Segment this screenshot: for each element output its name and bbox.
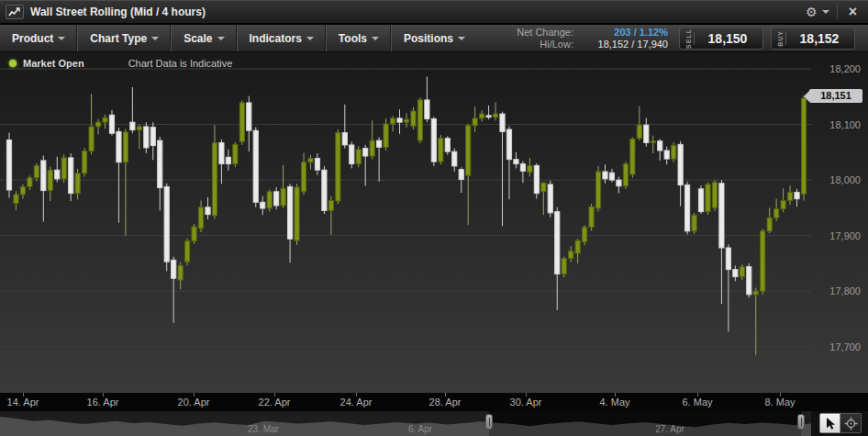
chevron-down-icon: [217, 37, 225, 40]
menu-tools-label: Tools: [339, 32, 367, 45]
date-axis-label: 4. May: [599, 397, 629, 408]
navigator-right-handle[interactable]: [797, 414, 805, 430]
close-icon: ×: [849, 4, 857, 19]
window-title: Wall Street Rolling (Mid / 4 hours): [30, 6, 206, 18]
menu-positions[interactable]: Positions: [391, 25, 477, 51]
menu-scale-label: Scale: [184, 32, 212, 45]
date-axis-label: 16. Apr: [87, 397, 119, 408]
date-axis-label: 6. May: [682, 397, 712, 408]
menu-scale[interactable]: Scale: [171, 25, 236, 51]
date-axis: 14. Apr16. Apr20. Apr22. Apr24. Apr28. A…: [0, 393, 868, 411]
chart-line-icon: [6, 5, 24, 19]
navigator-date-label: 27. Apr: [655, 424, 684, 434]
price-axis-label: 17,800: [806, 285, 861, 296]
quote-panel: Net Change: 203 / 1.12% Hi/Low: 18,152 /…: [517, 25, 868, 51]
crosshair-icon: [844, 417, 858, 430]
menu-product-label: Product: [12, 32, 53, 45]
date-axis-label: 22. Apr: [259, 397, 291, 408]
buy-button[interactable]: BUY 18,152: [771, 27, 855, 50]
date-axis-label: 8. May: [764, 397, 795, 408]
chevron-down-icon: [151, 37, 159, 40]
navigator-date-label: 23. Mar: [248, 424, 279, 434]
title-bar: Wall Street Rolling (Mid / 4 hours) ⚙ ×: [0, 0, 868, 24]
sell-price: 18,150: [698, 31, 762, 46]
chevron-down-icon: [306, 37, 314, 40]
price-axis-label: 17,700: [806, 341, 861, 352]
market-state: Market Open: [23, 58, 84, 69]
buy-button-label: BUY: [777, 30, 784, 47]
date-axis-label: 24. Apr: [340, 397, 373, 408]
price-axis-label: 17,900: [806, 230, 861, 241]
buy-price: 18,152: [790, 31, 854, 46]
settings-button[interactable]: ⚙: [798, 5, 837, 19]
sell-button-label: SELL: [685, 28, 692, 49]
chevron-down-icon: [372, 37, 379, 40]
net-change-label: Net Change:: [517, 27, 573, 38]
date-axis-label: 20. Apr: [178, 397, 210, 408]
date-axis-label: 14. Apr: [7, 397, 39, 408]
sell-button-divider: [694, 32, 695, 45]
menu-indicators[interactable]: Indicators: [237, 25, 326, 51]
navigator-scrollbar[interactable]: 23. Mar6. Apr27. Apr: [0, 411, 868, 436]
candlestick-chart[interactable]: [0, 52, 868, 393]
close-button[interactable]: ×: [838, 1, 868, 23]
cursor-arrow-icon: [824, 417, 837, 430]
chart-area[interactable]: Market Open Chart Data is Indicative 18,…: [0, 52, 868, 393]
gear-icon: ⚙: [806, 5, 818, 19]
tool-toggle: [819, 413, 862, 433]
menu-product[interactable]: Product: [0, 25, 77, 51]
sell-button[interactable]: SELL 18,150: [679, 27, 763, 50]
date-axis-label: 30. Apr: [510, 397, 542, 408]
price-axis-label: 18,000: [806, 174, 861, 185]
navigator-sparkline: [0, 411, 811, 436]
chevron-down-icon: [822, 10, 829, 14]
net-change-value: 203 / 1.12%: [581, 27, 668, 38]
price-axis-label: 18,100: [806, 119, 861, 130]
menu-positions-label: Positions: [404, 32, 453, 45]
price-axis-label: 18,200: [806, 63, 861, 74]
hilow-value: 18,152 / 17,940: [581, 39, 668, 50]
navigator-left-handle[interactable]: [485, 414, 493, 430]
date-axis-label: 28. Apr: [429, 397, 462, 408]
crosshair-tool-button[interactable]: [840, 413, 862, 433]
menu-chart-type-label: Chart Type: [90, 32, 147, 45]
cursor-tool-button[interactable]: [819, 413, 840, 433]
menu-tools[interactable]: Tools: [326, 25, 391, 51]
hilow-label: Hi/Low:: [517, 39, 573, 50]
market-open-dot: [9, 60, 17, 67]
current-price-tag: 18,151: [809, 89, 862, 103]
menu-bar: Product Chart Type Scale Indicators Tool…: [0, 25, 868, 52]
menu-chart-type[interactable]: Chart Type: [77, 25, 171, 51]
chevron-down-icon: [58, 37, 65, 40]
chevron-down-icon: [458, 37, 465, 40]
indicative-note: Chart Data is Indicative: [128, 58, 233, 69]
navigator-date-label: 6. Apr: [408, 424, 432, 434]
menu-indicators-label: Indicators: [250, 32, 302, 45]
buy-button-divider: [785, 32, 786, 45]
status-row: Market Open Chart Data is Indicative: [0, 56, 232, 71]
